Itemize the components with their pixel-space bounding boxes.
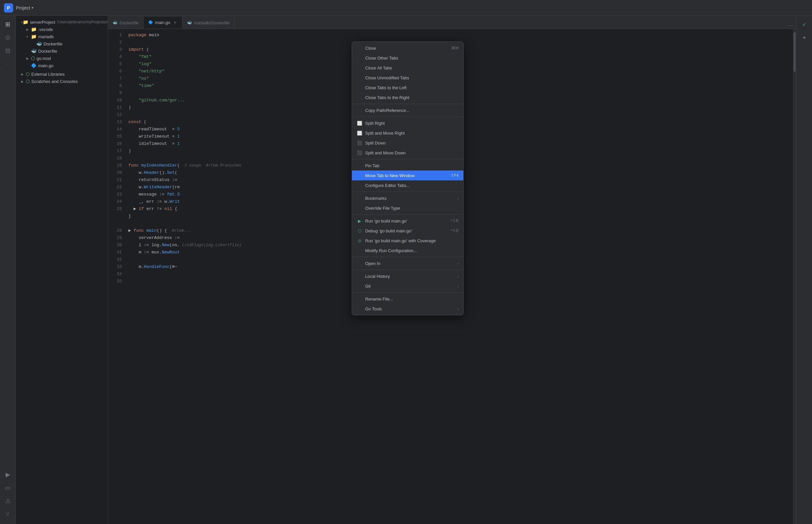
move-window-icon <box>357 173 362 178</box>
menu-item-go-tools[interactable]: Go Tools › <box>352 304 463 314</box>
menu-label-run-coverage: Run 'go build main.go' with Coverage <box>365 238 436 243</box>
menu-item-copy-path[interactable]: Copy Path/Reference... <box>352 105 463 115</box>
tab-close-maingo[interactable]: ✕ <box>172 20 178 25</box>
tab-more-button[interactable]: ⋯ <box>784 22 796 29</box>
menu-item-override-file-type[interactable]: Override File Type <box>352 203 463 213</box>
menu-label-move-new-window: Move Tab to New Window <box>365 173 415 178</box>
separator-5 <box>352 214 463 215</box>
open-in-arrow-icon: › <box>457 261 459 266</box>
menu-label-bookmarks: Bookmarks <box>365 196 387 201</box>
menu-label-debug-build: Debug 'go build main.go' <box>365 228 412 233</box>
tree-item-vscode[interactable]: ▶ 📁 .vscode <box>16 26 108 33</box>
tree-item-dockerfile[interactable]: ▶ 🐳 Dockerfile <box>16 47 108 55</box>
tree-arrow-gomod: ▶ <box>26 56 31 60</box>
tab-dockerfile[interactable]: 🐳 Dockerfile <box>108 17 144 29</box>
menu-item-run-build[interactable]: ▶ Run 'go build main.go' ^⇧R <box>352 216 463 226</box>
pin-tab-icon <box>357 163 362 168</box>
menu-item-pin-tab[interactable]: Pin Tab <box>352 161 463 170</box>
close-left-icon <box>357 85 362 91</box>
menu-item-split-down[interactable]: ⬛ Split Down <box>352 138 463 148</box>
open-in-icon <box>357 260 362 266</box>
menu-item-debug-build[interactable]: ⬡ Debug 'go build main.go' ^⇧D <box>352 226 463 236</box>
split-right-icon: ⬜ <box>357 120 362 126</box>
close-unmodified-icon <box>357 75 362 81</box>
menu-item-move-new-window[interactable]: Move Tab to New Window ⇧F4 <box>352 170 463 180</box>
menu-label-close: Close <box>365 46 376 51</box>
menu-label-configure-tabs: Configure Editor Tabs... <box>365 183 410 188</box>
menu-label-rename-file: Rename File... <box>365 297 393 301</box>
menu-item-rename-file[interactable]: Rename File... <box>352 294 463 304</box>
project-chevron-icon: ▾ <box>32 6 33 10</box>
separator-2 <box>352 116 463 117</box>
menu-item-open-in[interactable]: Open In › <box>352 258 463 268</box>
sidebar-item-project[interactable]: ⊞ <box>2 18 14 30</box>
menu-label-split-right: Split Right <box>365 121 385 126</box>
mod-icon: ⬡ <box>31 55 35 61</box>
docker-icon: 🐳 <box>31 48 36 54</box>
menu-label-git: Git <box>365 284 371 289</box>
project-name: Project <box>16 5 30 11</box>
menu-item-close-unmodified[interactable]: Close Unmodified Tabs <box>352 73 463 83</box>
code-editor: 12345 678910 1112131415 1617181920 21222… <box>108 29 796 524</box>
menu-label-override-file-type: Override File Type <box>365 206 400 211</box>
menu-label-split-move-down: Split and Move Down <box>365 150 406 155</box>
sidebar-item-structure[interactable]: ⊟ <box>2 45 14 56</box>
tree-item-external-libraries[interactable]: ▶ ⬡ External Libraries <box>16 70 108 78</box>
menu-label-split-down: Split Down <box>365 141 386 146</box>
configure-tabs-icon <box>357 182 362 188</box>
menu-shortcut-run: ^⇧R <box>451 218 459 223</box>
right-bar: ✓ ✦ <box>796 16 812 524</box>
ai-sparkle-icon[interactable]: ✦ <box>798 32 810 44</box>
menu-item-close-left[interactable]: Close Tabs to the Left <box>352 83 463 93</box>
tree-item-scratches[interactable]: ▶ ⬡ Scratches and Consoles <box>16 78 108 85</box>
git-branch-icon[interactable]: ⑂ <box>2 508 14 520</box>
menu-shortcut-close: ⌘W <box>451 46 459 50</box>
project-title[interactable]: Project ▾ <box>16 5 33 11</box>
menu-item-bookmarks[interactable]: Bookmarks › <box>352 193 463 203</box>
menu-item-configure-tabs[interactable]: Configure Editor Tabs... <box>352 180 463 190</box>
external-lib-icon: ⬡ <box>26 71 30 77</box>
menu-item-local-history[interactable]: Local History › <box>352 271 463 281</box>
menu-item-close[interactable]: Close ⌘W <box>352 43 463 53</box>
menu-item-modify-run[interactable]: Modify Run Configuration... <box>352 246 463 256</box>
close-menu-icon <box>357 45 362 51</box>
tree-item-mariadb-dockerfile[interactable]: ▶ 🐳 Dockerfile <box>16 40 108 47</box>
tree-arrow-vscode: ▶ <box>26 28 31 31</box>
menu-item-close-all[interactable]: Close All Tabs <box>352 63 463 73</box>
tab-icon-maingo: 🔷 <box>148 20 153 25</box>
sidebar-item-more[interactable]: ··· <box>2 58 14 70</box>
menu-item-git[interactable]: Git › <box>352 281 463 291</box>
menu-item-split-right[interactable]: ⬜ Split Right <box>352 118 463 128</box>
scrollbar-thumb <box>794 32 796 72</box>
terminal-icon[interactable]: ▭ <box>2 482 14 494</box>
menu-label-close-left: Close Tabs to the Left <box>365 85 407 90</box>
menu-item-close-other[interactable]: Close Other Tabs <box>352 53 463 63</box>
tab-mariadb-dockerfile[interactable]: 🐳 mariadb/Dockerfile <box>182 17 234 29</box>
git-arrow-icon: › <box>457 284 459 289</box>
activity-bar: ⊞ ⊙ ⊟ ··· ▶ ▭ ⚠ ⑂ <box>0 16 16 524</box>
split-down-icon: ⬛ <box>357 140 362 146</box>
folder-icon-mariadb: 📁 <box>31 34 36 39</box>
menu-item-split-move-right[interactable]: ⬜ Split and Move Right <box>352 128 463 138</box>
tree-item-serverproject[interactable]: ▾ 📁 serverProject /Users/jetbrains/myPro… <box>16 18 108 26</box>
tree-item-maingo[interactable]: ▶ 🔷 main.go <box>16 62 108 69</box>
checkmark-icon[interactable]: ✓ <box>798 18 810 30</box>
tree-label-serverproject: serverProject <box>30 20 55 25</box>
menu-label-open-in: Open In <box>365 261 380 266</box>
menu-item-run-coverage[interactable]: ⊙ Run 'go build main.go' with Coverage <box>352 236 463 246</box>
tree-item-gomod[interactable]: ▶ ⬡ go.mod <box>16 55 108 62</box>
sidebar-item-git[interactable]: ⊙ <box>2 32 14 44</box>
scrollbar[interactable] <box>793 29 796 524</box>
tree-item-mariadb[interactable]: ▾ 📁 mariadb <box>16 33 108 40</box>
menu-label-go-tools: Go Tools <box>365 307 382 311</box>
tab-label-mariadb-dockerfile: mariadb/Dockerfile <box>194 20 229 25</box>
problems-icon[interactable]: ⚠ <box>2 495 14 507</box>
run-icon[interactable]: ▶ <box>2 469 14 480</box>
menu-item-split-move-down[interactable]: ⬛ Split and Move Down <box>352 148 463 158</box>
separator-7 <box>352 269 463 270</box>
tree-arrow-mariadb-dockerfile: ▶ <box>32 42 36 46</box>
tree-arrow-dockerfile: ▶ <box>26 49 31 53</box>
menu-item-close-right[interactable]: Close Tabs to the Right <box>352 93 463 102</box>
tab-maingo[interactable]: 🔷 main.go ✕ <box>144 17 182 29</box>
main-layout: ⊞ ⊙ ⊟ ··· ▶ ▭ ⚠ ⑂ ▾ 📁 serverProject /Use… <box>0 16 812 524</box>
